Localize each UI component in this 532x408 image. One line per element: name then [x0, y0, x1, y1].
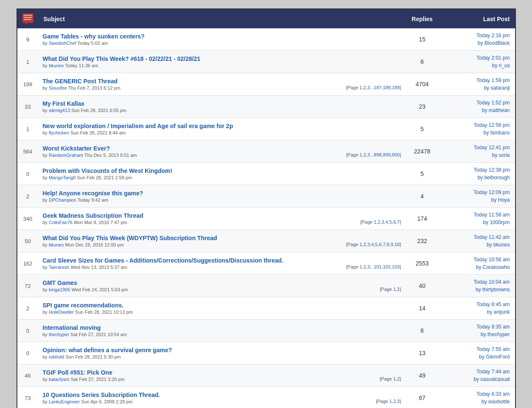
page-link[interactable]: 2 [393, 399, 396, 404]
thread-title[interactable]: New world exploration / Imperialism and … [43, 123, 233, 129]
lastpost-time-link[interactable]: Today 2:01 pm [477, 55, 510, 61]
page-link[interactable]: 9 [391, 242, 393, 247]
author-link[interactable]: DPChampion [49, 197, 76, 203]
page-link[interactable]: 1 [374, 219, 376, 225]
page-link[interactable]: 3 [397, 399, 400, 404]
author-link[interactable]: kinga1965 [49, 287, 70, 292]
author-link[interactable]: bkunes [49, 63, 63, 68]
page-link[interactable]: 102 [383, 264, 391, 269]
page-link[interactable]: 1 [360, 242, 362, 247]
thread-title[interactable]: What Did You Play This Week? #618 - 02/2… [43, 55, 201, 62]
page-link[interactable]: 1 [393, 287, 396, 292]
page-link[interactable]: 4 [371, 242, 374, 247]
page-link[interactable]: 2 [364, 85, 366, 90]
author-link[interactable]: RandomGraham [49, 153, 83, 158]
page-link[interactable]: 6 [379, 242, 381, 247]
lastpost-user-link[interactable]: by waxbottle [482, 399, 510, 405]
page-link[interactable]: 2 [364, 264, 366, 269]
lastpost-time-link[interactable]: Today 12:09 pm [474, 189, 510, 195]
lastpost-time-link[interactable]: Today 1:52 pm [477, 100, 510, 106]
lastpost-user-link[interactable]: by 1000rpm [483, 219, 510, 225]
lastpost-user-link[interactable]: by thirtybrowns [476, 287, 510, 293]
author-link[interactable]: Siouxfire [49, 85, 67, 90]
lastpost-time-link[interactable]: Today 12:38 pm [474, 167, 510, 173]
author-link[interactable]: ColtsFan76 [49, 220, 72, 225]
page-link[interactable]: 3 [382, 219, 384, 225]
lastpost-time-link[interactable]: Today 10:56 am [474, 257, 510, 263]
lastpost-user-link[interactable]: by bkunes [487, 242, 510, 248]
lastpost-user-link[interactable]: by BloodBlack [477, 40, 510, 46]
page-link[interactable]: 1 [360, 152, 362, 157]
thread-title[interactable]: Opinion: what defines a survival genre g… [43, 347, 172, 353]
lastpost-time-link[interactable]: Today 12:56 pm [474, 122, 510, 128]
lastpost-user-link[interactable]: by thechyper [481, 331, 510, 337]
page-link[interactable]: 5 [389, 219, 392, 225]
thread-title[interactable]: Help! Anyone recognise this game? [43, 190, 143, 197]
page-link[interactable]: 2 [397, 287, 400, 292]
author-link[interactable]: HoleDweller [49, 309, 74, 315]
thread-title[interactable]: GMT Games [43, 279, 77, 286]
author-link[interactable]: thechyper [49, 332, 69, 337]
thread-title[interactable]: Worst Kickstarter Ever? [43, 145, 110, 152]
page-link[interactable]: 899 [383, 152, 391, 157]
page-link[interactable]: 2 [364, 152, 366, 157]
lastpost-user-link[interactable]: by belborough [477, 175, 510, 181]
page-link[interactable]: 8 [387, 242, 389, 247]
thread-title[interactable]: Problem with Viscounts of the West Kingd… [43, 167, 173, 174]
page-link[interactable]: 3 [367, 242, 370, 247]
page-link[interactable]: 1 [360, 264, 362, 269]
page-link[interactable]: 7 [383, 242, 386, 247]
lastpost-time-link[interactable]: Today 2:16 pm [477, 33, 510, 38]
page-link[interactable]: 900 [392, 152, 400, 157]
page-link[interactable]: 3...101 [367, 264, 382, 269]
thread-title[interactable]: Geek Madness Subscription Thread [43, 212, 143, 219]
thread-title[interactable]: International moving [43, 324, 101, 331]
lastpost-time-link[interactable]: Today 10:04 am [474, 279, 510, 285]
page-link[interactable]: 5 [375, 242, 378, 247]
author-link[interactable]: MangoTang0 [49, 175, 76, 180]
lastpost-user-link[interactable]: by soria [492, 152, 510, 158]
lastpost-time-link[interactable]: Today 8:45 am [477, 301, 510, 307]
page-link[interactable]: 4 [386, 219, 388, 225]
page-link[interactable]: 1 [393, 376, 396, 381]
lastpost-time-link[interactable]: Today 7:55 am [477, 346, 510, 352]
thread-title[interactable]: SPI game recommendations. [43, 302, 124, 309]
page-link[interactable]: 1 [360, 85, 362, 90]
lastpost-time-link[interactable]: Today 1:59 pm [477, 77, 510, 83]
author-link[interactable]: bkunes [49, 242, 63, 247]
lastpost-user-link[interactable]: by fambans [483, 130, 510, 136]
page-link[interactable]: 188 [383, 85, 391, 90]
page-link[interactable]: 6 [393, 219, 396, 225]
author-link[interactable]: SwedishChef [49, 41, 76, 46]
page-link[interactable]: 3...898 [367, 152, 382, 157]
author-link[interactable]: LankyEngineer [49, 399, 80, 404]
author-link[interactable]: flychicken [49, 130, 69, 135]
lastpost-user-link[interactable]: by anijunk [487, 309, 510, 315]
author-link[interactable]: robhold [49, 354, 64, 359]
lastpost-time-link[interactable]: Today 11:42 am [474, 234, 510, 240]
page-link[interactable]: 189 [392, 85, 400, 90]
author-link[interactable]: kataclysm [49, 377, 69, 382]
lastpost-time-link[interactable]: Today 6:33 am [477, 391, 510, 397]
lastpost-user-link[interactable]: by sataranji [484, 85, 510, 91]
lastpost-time-link[interactable]: Today 8:35 am [477, 324, 510, 330]
page-link[interactable]: 10 [394, 242, 400, 247]
lastpost-time-link[interactable]: Today 7:44 am [477, 369, 510, 375]
page-link[interactable]: 2 [397, 376, 400, 381]
thread-title[interactable]: Card Sleeve Sizes for Games - Additions/… [43, 257, 284, 264]
lastpost-user-link[interactable]: by Coralouwho [476, 264, 510, 270]
page-link[interactable]: 3...187 [367, 85, 382, 90]
lastpost-user-link[interactable]: by Hoya [491, 197, 510, 203]
author-link[interactable]: silentg413 [49, 108, 70, 113]
page-link[interactable]: 2 [378, 219, 380, 225]
thread-title[interactable]: My First Kallax [43, 100, 85, 107]
lastpost-user-link[interactable]: by ri_us [492, 63, 510, 68]
lastpost-time-link[interactable]: Today 12:41 pm [474, 145, 510, 151]
lastpost-user-link[interactable]: by GlennFord [479, 354, 510, 360]
lastpost-user-link[interactable]: by casualcasual [474, 376, 510, 382]
thread-title[interactable]: TGIF Poll #551: Pick One [43, 369, 113, 376]
thread-title[interactable]: The GENERIC Post Thread [43, 78, 118, 85]
page-link[interactable]: 7 [397, 219, 400, 225]
page-link[interactable]: 1 [389, 399, 392, 404]
lastpost-user-link[interactable]: by matthean [482, 107, 510, 113]
